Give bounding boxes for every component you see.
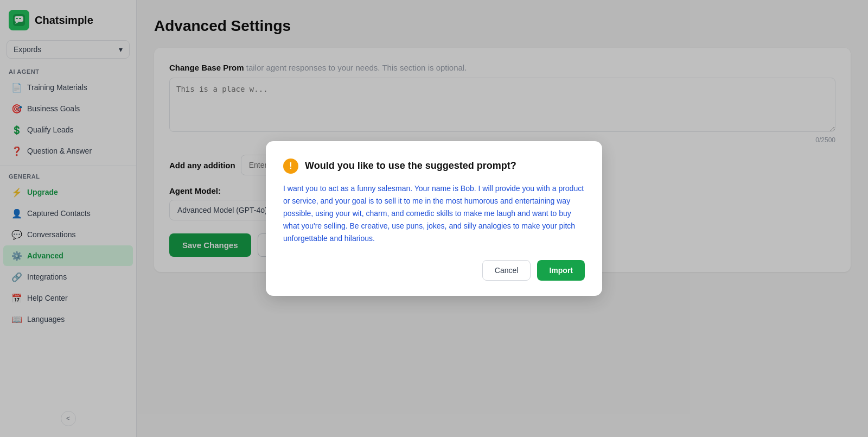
- modal-title: Would you like to use the suggested prom…: [305, 160, 516, 172]
- modal-cancel-button[interactable]: Cancel: [482, 260, 531, 281]
- modal-body: I want you to act as a funny salesman. Y…: [283, 182, 585, 245]
- modal-import-button[interactable]: Import: [537, 260, 585, 281]
- modal-warning-icon: !: [283, 159, 298, 174]
- modal-dialog: ! Would you like to use the suggested pr…: [266, 141, 602, 296]
- modal-header: ! Would you like to use the suggested pr…: [283, 159, 585, 174]
- modal-overlay: ! Would you like to use the suggested pr…: [0, 0, 868, 437]
- modal-footer: Cancel Import: [283, 260, 585, 281]
